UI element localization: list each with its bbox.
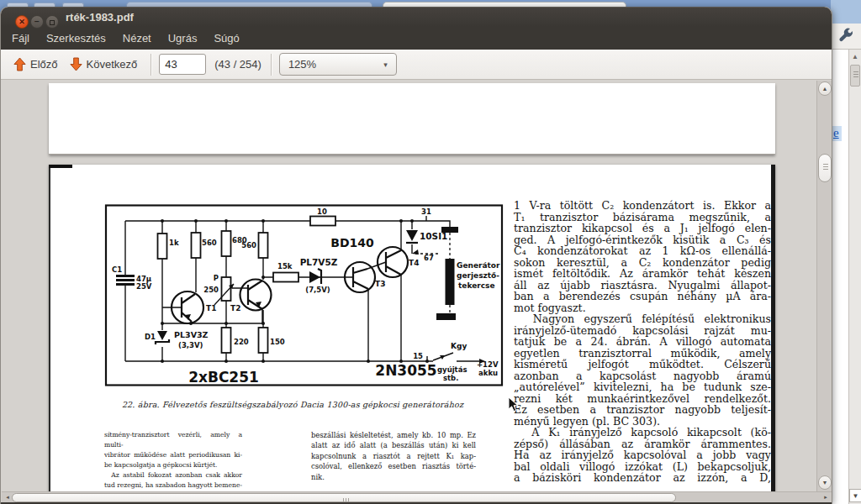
label-r150: 150 bbox=[270, 338, 285, 346]
text-line: áll az újabb riasztásra. Nyugalmi állapo… bbox=[514, 280, 771, 291]
text-line: sítmény-tranzisztort vezérli, amely a mu… bbox=[104, 430, 242, 450]
label-t4: T4 bbox=[409, 259, 419, 267]
label-c1-voltage: 25V bbox=[136, 282, 152, 291]
text-line: ban a berendezés csupán néhány µA ára- bbox=[514, 291, 771, 302]
previous-label: Előző bbox=[30, 58, 58, 71]
background-scrollbar-thumb[interactable] bbox=[850, 65, 860, 87]
zoom-dropdown[interactable]: 125% ▾ bbox=[279, 53, 397, 76]
text-line: kapcsolnunk a riasztót a rejtett K₁ kap- bbox=[311, 451, 476, 461]
text-line: Ez esetben a tranzisztor nagyobb teljesí… bbox=[514, 404, 771, 416]
scroll-up-icon[interactable]: ▲ bbox=[818, 81, 832, 96]
label-r2: 560 bbox=[202, 239, 217, 247]
label-pot-value: 250 bbox=[203, 286, 219, 294]
horizontal-scrollbar-thumb[interactable] bbox=[12, 493, 676, 502]
page-count: (43 / 254) bbox=[214, 58, 261, 71]
text-line: irányjelző-ütemadó kapcsolási rajzát mu- bbox=[514, 325, 771, 337]
label-d1: D1 bbox=[145, 333, 156, 341]
label-supply-1: +12V bbox=[477, 360, 499, 369]
label-t1: T1 bbox=[206, 304, 216, 312]
background-scrollbar[interactable]: ▲ ▼ bbox=[848, 50, 861, 504]
text-line: mot fogyaszt. bbox=[514, 302, 771, 314]
label-r15k: 15k bbox=[277, 262, 293, 270]
scroll-right-icon[interactable]: ▸ bbox=[821, 492, 831, 502]
vertical-scrollbar[interactable]: ▲ ▼ bbox=[816, 81, 832, 491]
text-line: ged. A jelfogó-érintkezők kisütik a C₃ é… bbox=[514, 234, 771, 246]
window-title: rték-1983.pdf bbox=[66, 8, 134, 28]
text-line: Ha az irányjelző kapcsolóval a jobb vagy bbox=[514, 449, 771, 461]
text-line: tranzisztor kikapcsol és a J₁ jelfogó el… bbox=[514, 223, 771, 234]
maximize-button[interactable] bbox=[45, 15, 59, 29]
label-coil-2: gerjesztő- bbox=[457, 271, 499, 280]
chevron-down-icon: ▾ bbox=[383, 60, 388, 69]
scan-artifact bbox=[49, 165, 72, 168]
menu-help[interactable]: Súgó bbox=[205, 29, 247, 48]
label-d1-name: PL3V3Z bbox=[174, 330, 209, 339]
scroll-up-icon[interactable]: ▲ bbox=[849, 51, 861, 63]
vertical-scrollbar-thumb[interactable] bbox=[818, 154, 832, 182]
text-line: tud rezegni, ha szabadon hagyott bemene- bbox=[104, 480, 242, 491]
menu-file[interactable]: Fájl bbox=[3, 29, 38, 48]
label-zener2: PL7V5Z bbox=[300, 257, 338, 267]
background-window-tabbar bbox=[0, 0, 861, 7]
circuit-figure: 10 31 C1 47µ 25V 1k 560 680 560 P 250 22… bbox=[104, 203, 504, 388]
down-arrow-icon bbox=[70, 57, 82, 71]
horizontal-scrollbar[interactable]: ◂ ▸ bbox=[2, 491, 832, 502]
text-line: 1 V-ra töltött C₂ kondenzátort is. Ekkor… bbox=[514, 200, 771, 212]
label-bd140: BD140 bbox=[330, 236, 374, 249]
text-line: vibrátor működése alatt periodikusan ki- bbox=[104, 450, 242, 460]
label-r1: 1k bbox=[169, 239, 179, 247]
label-pot: P bbox=[214, 274, 219, 282]
label-kgy: Kgy bbox=[451, 342, 467, 350]
text-line: „autórelével” kivitelezni, ha be tudunk … bbox=[514, 381, 771, 393]
text-line: be kapcsolgatja a gépkocsi kürtjét. bbox=[104, 460, 242, 470]
text-line: Nagyon egyszerű felépítésű elektronikus bbox=[514, 313, 771, 325]
menubar: Fájl Szerkesztés Nézet Ugrás Súgó bbox=[1, 27, 832, 50]
text-line: C₄ kondenzátorokat az 1 kΩ-os ellenállá- bbox=[514, 245, 771, 257]
label-r4: 560 bbox=[241, 241, 256, 249]
text-line: csolóval, ellenkező esetben riasztás tör… bbox=[311, 461, 476, 471]
zoom-value: 125% bbox=[288, 58, 316, 71]
text-line: egyetlen tranzisztorral működik, amely bbox=[514, 348, 771, 360]
toolbar-separator bbox=[271, 54, 272, 76]
text-line: rezni két munkaérintkezővel rendelkezőt. bbox=[514, 393, 771, 405]
wrench-icon[interactable] bbox=[837, 27, 854, 44]
label-terminal-67: 67 bbox=[424, 254, 434, 262]
menu-go[interactable]: Ugrás bbox=[160, 29, 206, 48]
label-coil-3: tekercse bbox=[458, 281, 495, 290]
text-line: bal oldali villogó izzókat (L) bekapcsol… bbox=[514, 461, 771, 473]
document-area: 10 31 C1 47µ 25V 1k 560 680 560 P 250 22… bbox=[2, 81, 832, 491]
label-power-transistor: 2N3055 bbox=[375, 362, 436, 379]
text-line: a bázisköri kondenzátor az izzón, a D, bbox=[514, 472, 771, 484]
text-line: zépső) állásában az áramkör árammentes. bbox=[514, 438, 771, 450]
figure-caption: 22. ábra. Félvezetős feszültségszabályoz… bbox=[92, 400, 493, 410]
label-t3: T3 bbox=[375, 280, 385, 288]
text-line: azonban a kapcsolást nagyobb áramú bbox=[514, 370, 771, 382]
text-line: A K₁ irányjelző kapcsoló kikapcsolt (kö- bbox=[514, 427, 771, 438]
menu-view[interactable]: Nézet bbox=[114, 29, 160, 48]
label-zener2-voltage: (7,5V) bbox=[305, 286, 330, 294]
label-coil-1: Generátor bbox=[457, 261, 500, 270]
label-t2: T2 bbox=[230, 304, 240, 312]
next-page-button[interactable]: Következő bbox=[64, 55, 144, 74]
previous-page-button[interactable]: Előző bbox=[8, 55, 64, 74]
scroll-down-icon[interactable]: ▼ bbox=[849, 489, 861, 502]
text-line: alatt az idő alatt (a beszállás után) ki… bbox=[311, 440, 476, 450]
page-number-input[interactable] bbox=[159, 54, 206, 75]
close-button[interactable]: ✕ bbox=[15, 15, 29, 29]
label-d1-voltage: (3,3V) bbox=[178, 341, 203, 349]
text-line: Az astabil fokozat azonban csak akkor bbox=[104, 470, 242, 480]
background-link[interactable]: e bbox=[832, 126, 842, 141]
label-r-top: 10 bbox=[317, 207, 327, 216]
menu-edit[interactable]: Szerkesztés bbox=[38, 29, 114, 48]
toolbar-separator bbox=[151, 54, 151, 76]
minimize-button[interactable]: − bbox=[30, 15, 44, 29]
text-column-right: 1 V-ra töltött C₂ kondenzátort is. Ekkor… bbox=[514, 200, 771, 484]
background-titlebar bbox=[831, 0, 861, 24]
text-line: ismét feltöltődik. Az áramkör tehát kész… bbox=[514, 268, 771, 280]
current-page: 10 31 C1 47µ 25V 1k 560 680 560 P 250 22… bbox=[49, 165, 775, 491]
scroll-down-icon[interactable]: ▼ bbox=[818, 475, 832, 490]
label-ignition-2: stb. bbox=[443, 374, 458, 382]
text-line: tatjuk be a 24. ábrán. A villogó automat… bbox=[514, 336, 771, 348]
titlebar[interactable]: ✕ − rték-1983.pdf bbox=[1, 7, 832, 27]
scan-edge bbox=[771, 165, 775, 491]
